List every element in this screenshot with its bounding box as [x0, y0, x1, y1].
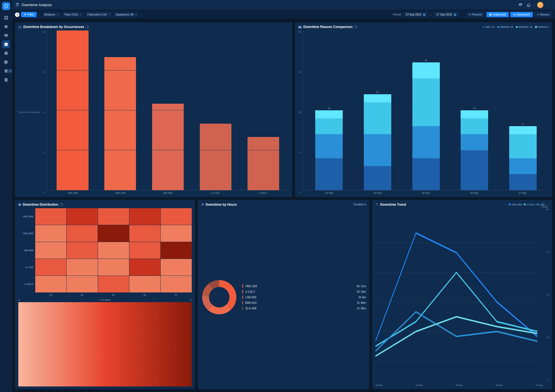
- legend-item[interactable]: Material: 15: [497, 26, 513, 28]
- legend-item[interactable]: SLG-0081h 30m: [242, 307, 366, 310]
- swatch-icon: [535, 26, 537, 28]
- heatmap-cell[interactable]: [129, 259, 160, 276]
- heatmap-cell[interactable]: [35, 208, 66, 225]
- legend-item[interactable]: VMC-003: [509, 203, 522, 206]
- heatmap-cell[interactable]: [98, 242, 129, 259]
- item-name: V-120-2: [245, 290, 354, 293]
- toggle-label: Reason: [540, 13, 549, 16]
- sidebar-item-archive[interactable]: [2, 76, 10, 84]
- swatch-icon: [242, 296, 243, 299]
- heatmap-cell[interactable]: [35, 242, 66, 259]
- heatmap-cell[interactable]: [35, 276, 66, 292]
- legend-item[interactable]: LSR-0032h 6m: [242, 296, 366, 299]
- stacked-bar[interactable]: 10: [461, 110, 488, 190]
- bar[interactable]: [248, 137, 279, 190]
- kebab-icon[interactable]: ⋮: [546, 2, 552, 8]
- breadcrumb[interactable]: Fabrication Cell×: [85, 12, 112, 17]
- x-tick: 27 Sep: [536, 384, 543, 386]
- heatmap-cell[interactable]: [67, 208, 98, 225]
- toggle-reason[interactable]: ≡Reason: [534, 12, 552, 17]
- sidebar-expand-icon[interactable]: ›: [8, 69, 12, 73]
- close-icon[interactable]: ×: [108, 13, 110, 16]
- legend-item[interactable]: Man: 13: [483, 26, 495, 28]
- bar[interactable]: [104, 57, 136, 190]
- bar[interactable]: [200, 124, 231, 190]
- help-icon[interactable]: ?: [86, 25, 89, 29]
- breadcrumb[interactable]: Brisbane×: [42, 12, 61, 17]
- duration-dropdown[interactable]: Duration ▾: [353, 203, 366, 206]
- bar-segment: [461, 118, 488, 134]
- chevron-left-icon[interactable]: ‹: [505, 203, 507, 206]
- help-icon[interactable]: ?: [60, 203, 63, 206]
- date-to[interactable]: 27 Sep 2023▦: [434, 12, 458, 17]
- close-icon[interactable]: ×: [80, 13, 81, 16]
- legend-item[interactable]: VMC-0035h 12m: [242, 284, 366, 288]
- heatmap-cell[interactable]: [161, 242, 192, 259]
- y-axis-label: Total Occurrence(s): [18, 111, 42, 114]
- filter-button[interactable]: Filter: [21, 12, 37, 17]
- heatmap-cell[interactable]: [161, 208, 192, 225]
- sidebar-item-globe[interactable]: [2, 49, 10, 57]
- legend-item[interactable]: Machine: 19: [516, 26, 532, 28]
- heatmap-cell[interactable]: [67, 242, 98, 259]
- stacked-bar[interactable]: 12: [364, 94, 391, 190]
- heatmap-cell[interactable]: [35, 225, 66, 242]
- sidebar-item-monitor[interactable]: [2, 32, 10, 39]
- bar[interactable]: [57, 30, 88, 190]
- breadcrumb[interactable]: Plant 221A×: [62, 12, 83, 17]
- heatmap-cell[interactable]: [67, 276, 98, 292]
- svg-rect-2: [4, 18, 6, 19]
- heatmap-cell[interactable]: [98, 225, 129, 242]
- heatmap-cell[interactable]: [129, 225, 160, 242]
- calendar-icon: ▦: [18, 203, 21, 206]
- toggle-planned[interactable]: ✕Planned: [466, 12, 485, 17]
- heatmap-cell[interactable]: [161, 259, 192, 276]
- heatmap-cell[interactable]: [67, 225, 98, 242]
- bar-segment: [509, 134, 537, 158]
- heatmap-cell[interactable]: [129, 276, 160, 292]
- heatmap-cell[interactable]: [98, 208, 129, 225]
- legend-item[interactable]: V-120-23h 18m: [242, 290, 366, 293]
- sidebar-item-target[interactable]: [2, 23, 10, 30]
- heatmap-cell[interactable]: [129, 242, 160, 259]
- bar-segment: [509, 158, 537, 174]
- toggle-equipment[interactable]: ⚙Equipment: [510, 12, 533, 17]
- chevron-left-icon[interactable]: ‹: [38, 13, 40, 16]
- legend-item[interactable]: V-120-2: [524, 203, 535, 206]
- app-logo[interactable]: [2, 2, 10, 10]
- legend-item[interactable]: BRK-0101h 48m: [242, 301, 366, 304]
- heatmap-row-label: VMC-003: [18, 225, 35, 242]
- stacked-bar[interactable]: 8: [509, 126, 537, 190]
- avatar[interactable]: [537, 2, 543, 8]
- heatmap-cell[interactable]: [129, 208, 160, 225]
- info-icon[interactable]: i: [15, 12, 19, 17]
- help-icon[interactable]: ?: [354, 25, 357, 29]
- bell-icon[interactable]: [526, 2, 531, 8]
- heatmap-cell[interactable]: [98, 276, 129, 292]
- bar[interactable]: [152, 104, 184, 190]
- close-icon[interactable]: ×: [57, 13, 58, 16]
- heatmap-cell[interactable]: [98, 259, 129, 276]
- stacked-bar[interactable]: 16: [412, 62, 440, 190]
- filter-button-label: Filter: [28, 13, 34, 16]
- heatmap-cell[interactable]: [35, 259, 66, 276]
- toggle-unplanned[interactable]: Unplanned: [486, 12, 509, 17]
- close-icon[interactable]: ×: [135, 13, 137, 16]
- date-from[interactable]: 23 Sep 2023▦: [403, 12, 428, 17]
- heatmap-cell[interactable]: [67, 259, 98, 276]
- sidebar-item-export[interactable]: ›: [2, 67, 10, 75]
- card-title: Downtime Trend: [380, 203, 406, 207]
- swatch-icon: [537, 203, 539, 205]
- heatmap-cell[interactable]: [161, 225, 192, 242]
- chevron-right-icon[interactable]: ›: [140, 13, 142, 16]
- stacked-bar[interactable]: 10: [315, 110, 343, 190]
- item-value: 1h 30m: [357, 307, 366, 310]
- heatmap-cell[interactable]: [161, 276, 192, 292]
- sidebar-item-analytics[interactable]: [2, 40, 10, 48]
- legend-item[interactable]: Method: 9: [535, 26, 549, 28]
- calendar-icon: ▦: [454, 13, 456, 16]
- sidebar-item-dashboard[interactable]: [2, 14, 10, 22]
- breadcrumb[interactable]: Equipment: All×: [113, 12, 139, 17]
- sidebar-item-settings[interactable]: [2, 58, 10, 66]
- refresh-icon[interactable]: [518, 2, 523, 8]
